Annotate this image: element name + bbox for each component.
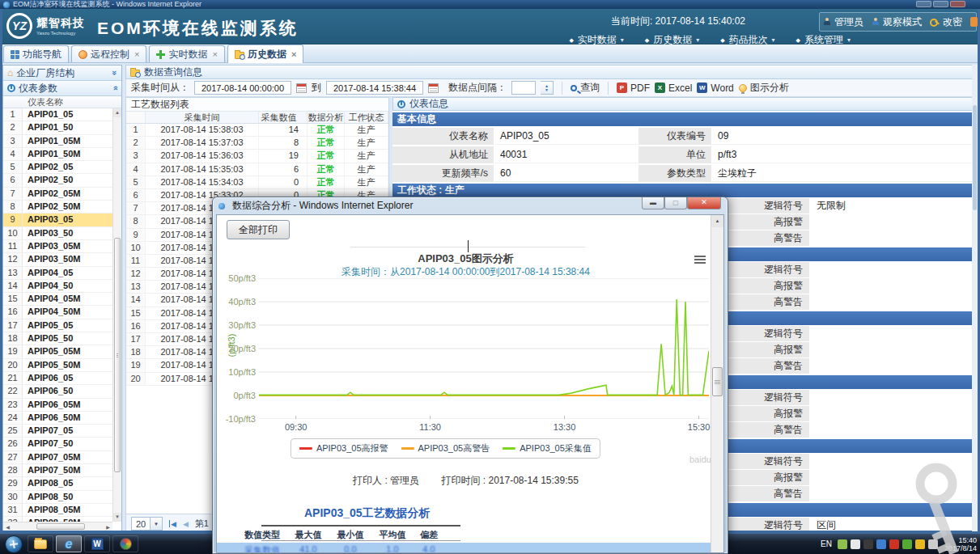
instrument-list-header: 仪表名称	[3, 96, 121, 108]
instrument-list-item[interactable]: 2APIP01_50	[3, 121, 112, 134]
tray-icon-green-tool[interactable]	[838, 539, 847, 549]
instrument-list-item[interactable]: 24APIP06_50M	[3, 412, 112, 425]
instrument-list-item[interactable]: 29APIP08_05	[3, 477, 112, 490]
instrument-list-item[interactable]: 18APIP05_50	[3, 332, 112, 345]
table-row[interactable]: 22017-08-14 15:37:038正常生产	[126, 137, 388, 150]
instrument-list-item[interactable]: 11APIP03_05M	[3, 240, 112, 253]
tab-历史数据[interactable]: 历史数据×	[227, 44, 303, 63]
sidebar-horizontal-scrollbar[interactable]: ◀ ▶	[3, 522, 112, 531]
table-row[interactable]: 52017-08-14 15:34:030正常生产	[126, 176, 388, 189]
instrument-list-item[interactable]: 10APIP03_50	[3, 227, 112, 240]
sidebar-panel-plant-structure[interactable]: ⌂ 企业厂房结构 »	[3, 66, 121, 81]
row-index: 27	[3, 451, 23, 463]
user-button-1[interactable]: 管理员	[823, 15, 863, 29]
user-button-3[interactable]: 改密	[930, 15, 962, 29]
calendar-icon[interactable]	[296, 83, 307, 93]
to-datetime-input[interactable]: 2017-08-14 15:38:44	[326, 81, 423, 95]
instrument-list-item[interactable]: 3APIP01_05M	[3, 135, 112, 148]
instrument-list-item[interactable]: 21APIP06_05	[3, 372, 112, 385]
tray-icon-dark-app[interactable]	[863, 539, 873, 549]
export-excel-button[interactable]: XExcel	[655, 82, 692, 94]
language-indicator[interactable]: EN	[818, 538, 834, 550]
table-row[interactable]: 42017-08-14 15:35:036正常生产	[126, 163, 388, 176]
instrument-list-item[interactable]: 5APIP02_05	[3, 161, 112, 174]
instrument-list-item[interactable]: 19APIP05_05M	[3, 345, 112, 358]
tab-功能导航[interactable]: 功能导航	[3, 45, 69, 62]
instrument-list-item[interactable]: 7APIP02_05M	[3, 188, 112, 201]
cell-index: 1	[126, 124, 146, 136]
chevron-double-down-icon[interactable]: »	[110, 70, 120, 75]
table-row[interactable]: 32017-08-14 15:36:0319正常生产	[126, 150, 388, 163]
instrument-list-item[interactable]: 26APIP07_50	[3, 438, 112, 450]
instrument-list-item[interactable]: 27APIP07_05M	[3, 451, 112, 464]
instrument-list-item[interactable]: 23APIP06_05M	[3, 399, 112, 412]
first-page-button[interactable]: ◀	[169, 520, 176, 528]
instrument-list-item[interactable]: 6APIP02_50	[3, 174, 112, 187]
chevron-down-icon: ▼	[151, 517, 163, 531]
legend-item[interactable]: APIP03_05高警告	[401, 442, 490, 455]
legend-item[interactable]: APIP03_05采集值	[503, 442, 592, 455]
sidebar-vertical-scrollbar[interactable]: ▲ ▼	[112, 108, 121, 522]
tray-icon-blue-app[interactable]	[876, 539, 886, 549]
instrument-list-item[interactable]: 4APIP01_50M	[3, 148, 112, 161]
taskbar-word-button[interactable]: W	[84, 535, 110, 552]
y-axis-tick: 20p/ft3	[218, 344, 256, 353]
popup-scrollbar[interactable]: ▲	[711, 215, 723, 552]
taskbar-ie-button[interactable]: e	[56, 535, 82, 552]
search-button[interactable]: 查询	[571, 81, 600, 95]
instrument-name: APIP03_50	[23, 227, 112, 239]
export-pdf-button[interactable]: PPDF	[617, 82, 650, 94]
instrument-list-item[interactable]: 30APIP08_50	[3, 491, 112, 504]
close-icon[interactable]: ×	[134, 49, 139, 59]
taskbar-media-button[interactable]	[112, 535, 138, 552]
instrument-list-item[interactable]: 9APIP03_05	[3, 214, 112, 226]
instrument-list-item[interactable]: 28APIP07_50M	[3, 464, 112, 477]
instrument-list-item[interactable]: 1APIP01_05	[3, 108, 112, 121]
chart-menu-icon[interactable]	[694, 256, 706, 265]
instrument-list-item[interactable]: 8APIP02_50M	[3, 201, 112, 214]
interval-input[interactable]	[511, 81, 536, 95]
instrument-list-item[interactable]: 14APIP04_50	[3, 280, 112, 293]
interval-label: 数据点间隔：	[448, 81, 507, 95]
close-icon[interactable]: ×	[291, 49, 296, 59]
instrument-list-item[interactable]: 12APIP03_50M	[3, 253, 112, 266]
export-word-button[interactable]: WWord	[697, 82, 733, 94]
print-all-button[interactable]: 全部打印	[227, 220, 290, 239]
tray-icon-notes[interactable]	[851, 539, 860, 549]
calendar-icon[interactable]	[428, 83, 439, 93]
taskbar-explorer-button[interactable]	[28, 535, 53, 552]
instrument-list-item[interactable]: 22APIP06_50	[3, 385, 112, 398]
start-button[interactable]	[5, 535, 23, 553]
cell-index: 12	[126, 268, 146, 280]
prev-page-button[interactable]: ◀	[183, 520, 189, 528]
tab-远程控制[interactable]: 远程控制×	[71, 45, 146, 62]
legend-item[interactable]: APIP03_05高报警	[299, 442, 388, 455]
chart-legend[interactable]: APIP03_05高报警APIP03_05高警告APIP03_05采集值	[291, 438, 600, 459]
window-controls[interactable]	[916, 1, 965, 7]
folder-search-icon	[235, 52, 244, 59]
minimize-icon[interactable]: ▬	[642, 197, 664, 209]
alarm-value	[810, 390, 973, 405]
chart-analysis-button[interactable]: 图示分析	[739, 81, 789, 95]
row-index: 14	[3, 280, 23, 292]
instrument-list-item[interactable]: 25APIP07_05	[3, 425, 112, 438]
instrument-list-item[interactable]: 31APIP08_05M	[3, 504, 112, 517]
spinner-icon[interactable]: ▲▼	[541, 81, 554, 95]
from-datetime-input[interactable]: 2017-08-14 00:00:00	[194, 81, 291, 95]
instrument-list-item[interactable]: 15APIP04_05M	[3, 293, 112, 306]
close-icon[interactable]: ×	[212, 49, 217, 59]
tab-实时数据[interactable]: 实时数据×	[149, 45, 224, 62]
instrument-list-item[interactable]: 17APIP05_05	[3, 319, 112, 332]
instrument-name: APIP03_50M	[23, 253, 112, 265]
chevron-double-up-icon[interactable]: »	[110, 86, 120, 91]
instrument-list-item[interactable]: 16APIP04_50M	[3, 306, 112, 319]
page-size-select[interactable]: 20▼	[131, 517, 163, 531]
scroll-up-icon: ▲	[711, 215, 723, 227]
instrument-list-item[interactable]: 20APIP05_50M	[3, 359, 112, 372]
user-button-2[interactable]: 观察模式	[872, 15, 922, 29]
close-icon[interactable]: ✕	[687, 197, 721, 209]
table-row[interactable]: 12017-08-14 15:38:0314正常生产	[126, 124, 388, 137]
maximize-icon[interactable]: ▢	[664, 197, 687, 209]
sidebar-panel-instrument-params[interactable]: 仪表参数 »	[3, 81, 121, 96]
instrument-list-item[interactable]: 13APIP04_05	[3, 267, 112, 280]
